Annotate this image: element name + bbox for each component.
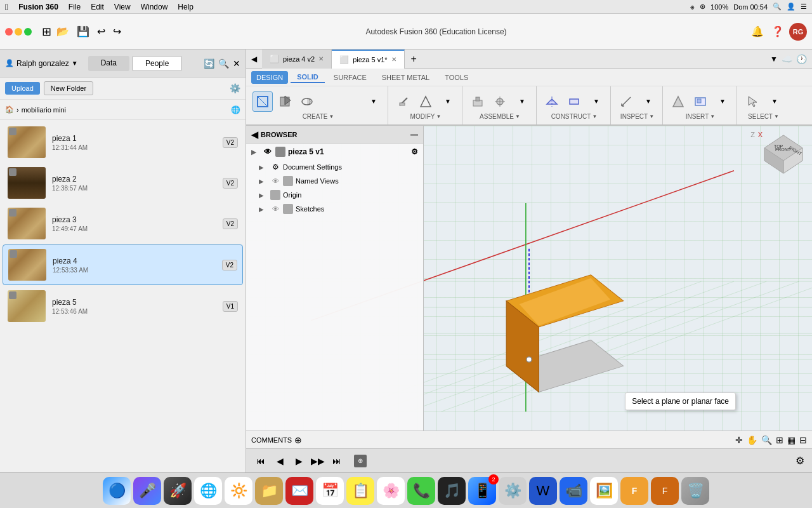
dock-facetime[interactable]: 📞	[407, 477, 435, 505]
expand-icon[interactable]: ▶	[259, 206, 268, 213]
tools-tab[interactable]: TOOLS	[438, 72, 475, 83]
panel-settings-icon[interactable]: ⚙️	[230, 83, 240, 93]
new-tab-button[interactable]: +	[405, 53, 423, 65]
file-version[interactable]: V2	[222, 260, 237, 271]
settings-cog-icon[interactable]: ⚙	[411, 147, 418, 156]
dock-appstore[interactable]: 📱 2	[468, 477, 496, 505]
file-version[interactable]: V1	[223, 301, 238, 312]
refresh-icon[interactable]: 🔄	[204, 58, 214, 69]
save-icon[interactable]: 💾	[77, 25, 89, 37]
tab-people[interactable]: People	[132, 56, 182, 71]
file-version[interactable]: V2	[223, 137, 238, 148]
timeline-next-icon[interactable]: ▶▶	[311, 454, 325, 468]
timeline-start-icon[interactable]: ⏮	[254, 454, 268, 468]
list-item[interactable]: pieza 4 12:53:33 AM V2	[3, 244, 243, 285]
sweep-icon[interactable]	[319, 91, 339, 112]
tab-pieza5[interactable]: ⬜ pieza 5 v1* ✕	[332, 50, 404, 69]
root-expand-icon[interactable]: ▶	[251, 149, 260, 156]
browser-pin-icon[interactable]: —	[410, 130, 418, 139]
help-icon[interactable]: ❓	[771, 25, 784, 37]
list-item[interactable]: pieza 5 12:53:46 AM V1	[3, 286, 243, 326]
extrude-icon[interactable]	[275, 91, 295, 112]
browser-collapse-icon[interactable]: ◀	[251, 130, 258, 140]
timeline-marker[interactable]: ⊕	[354, 455, 367, 467]
dock-misc2[interactable]: ✉️	[285, 477, 313, 505]
file-open-icon[interactable]: 📂	[56, 25, 69, 37]
modify-more-icon[interactable]: ▼	[438, 91, 458, 112]
browser-item-doc-settings[interactable]: ▶ ⚙ Document Settings	[246, 160, 423, 174]
timeline-prev-icon[interactable]: ◀	[273, 454, 287, 468]
user-dropdown-icon[interactable]: ▼	[72, 60, 78, 67]
new-component-icon[interactable]	[468, 91, 488, 112]
design-mode-button[interactable]: DESIGN	[251, 71, 288, 84]
dock-safari[interactable]: 🌐	[194, 477, 222, 505]
view-cube[interactable]: FRONT RIGHT TOP	[761, 132, 806, 177]
surface-tab[interactable]: SURFACE	[327, 72, 373, 83]
select-more-icon[interactable]: ▼	[764, 91, 785, 112]
loft-icon[interactable]	[341, 91, 362, 112]
menu-edit[interactable]: Edit	[91, 3, 104, 11]
insert-derive-icon[interactable]	[668, 91, 688, 112]
dock-word[interactable]: W	[529, 477, 557, 505]
sheet-metal-tab[interactable]: SHEET METAL	[376, 72, 436, 83]
menu-help[interactable]: Help	[178, 3, 193, 11]
shell-icon[interactable]	[416, 91, 436, 112]
minimize-window-btn[interactable]	[15, 28, 22, 36]
panel-close-icon[interactable]: ✕	[233, 58, 240, 69]
revolve-icon[interactable]	[297, 91, 317, 112]
measure-icon[interactable]	[616, 91, 636, 112]
pan-icon[interactable]: ✋	[747, 435, 757, 445]
root-eye-icon[interactable]: 👁	[263, 147, 273, 157]
maximize-window-btn[interactable]	[24, 28, 32, 36]
dock-siri[interactable]: 🎤	[133, 477, 161, 505]
orbit-icon[interactable]: ✛	[735, 435, 743, 445]
grid-icon[interactable]: ⊞	[42, 25, 51, 39]
tab-close-icon[interactable]: ✕	[318, 55, 324, 62]
home-icon[interactable]: 🏠	[5, 105, 14, 114]
browser-item-origin[interactable]: ▶ Origin	[246, 188, 423, 202]
offset-plane-icon[interactable]	[542, 91, 562, 112]
expand-icon[interactable]: ▶	[259, 178, 268, 185]
select-icon[interactable]	[742, 91, 763, 112]
menu-extra-icon[interactable]: ☰	[801, 3, 807, 11]
dock-finder[interactable]: 🔵	[103, 477, 131, 505]
construct-more-icon[interactable]: ▼	[586, 91, 606, 112]
new-folder-button[interactable]: New Folder	[44, 81, 93, 95]
undo-icon[interactable]: ↩	[97, 25, 105, 37]
file-version[interactable]: V2	[223, 178, 238, 189]
create-sketch-icon[interactable]	[252, 91, 273, 112]
menu-view[interactable]: View	[114, 3, 131, 11]
dock-misc1[interactable]: 📁	[255, 477, 283, 505]
insert-more-icon[interactable]: ▼	[712, 91, 733, 112]
timeline-end-icon[interactable]: ⏭	[330, 454, 344, 468]
dock-sysprefs[interactable]: ⚙️	[499, 477, 527, 505]
menu-file[interactable]: File	[69, 3, 81, 11]
history-icon[interactable]: 🕐	[796, 54, 807, 64]
redo-icon[interactable]: ↪	[113, 25, 121, 37]
breadcrumb-folder[interactable]: mobiliario mini	[22, 106, 66, 114]
fillet-icon[interactable]	[393, 91, 414, 112]
create-more-icon[interactable]: ▼	[363, 91, 384, 112]
search-icon[interactable]: 🔍	[773, 3, 782, 11]
canvas-area[interactable]: 150 100 50 -50 100 150 ◀ BROWSER —	[246, 126, 812, 431]
tab-data[interactable]: Data	[88, 56, 129, 71]
dock-launchpad[interactable]: 🚀	[164, 477, 192, 505]
dock-notes[interactable]: 📋	[346, 477, 374, 505]
dock-fusion360[interactable]: F	[620, 477, 648, 505]
list-item[interactable]: pieza 2 12:38:57 AM V2	[3, 163, 243, 203]
user-icon[interactable]: 👤	[787, 3, 796, 11]
solid-tab[interactable]: SOLID	[291, 72, 325, 83]
tab-nav-back[interactable]: ◀	[251, 55, 257, 64]
dock-music[interactable]: 🎵	[438, 477, 466, 505]
eye-icon-sketches[interactable]: 👁	[270, 204, 280, 214]
eye-icon[interactable]: 👁	[270, 176, 280, 186]
dock-zoom[interactable]: 📹	[560, 477, 587, 505]
timeline-settings-icon[interactable]: ⚙	[796, 455, 804, 467]
inspect-more-icon[interactable]: ▼	[638, 91, 658, 112]
list-item[interactable]: pieza 1 12:31:44 AM V2	[3, 123, 243, 162]
user-avatar[interactable]: RG	[789, 23, 807, 41]
upload-button[interactable]: Upload	[5, 82, 40, 95]
tab-dropdown-icon[interactable]: ▼	[770, 55, 778, 64]
timeline-play-icon[interactable]: ▶	[292, 454, 306, 468]
assemble-more-icon[interactable]: ▼	[512, 91, 532, 112]
